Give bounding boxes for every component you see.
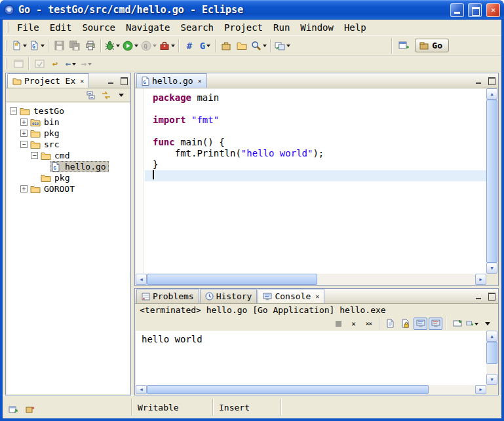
tab-hello-go[interactable]: G hello.go ✕ bbox=[136, 73, 207, 88]
scrollbar-thumb[interactable] bbox=[486, 342, 497, 364]
maximize-view-button[interactable] bbox=[119, 76, 128, 85]
back-button[interactable]: ← bbox=[63, 57, 79, 70]
link-with-editor-button[interactable] bbox=[100, 90, 112, 101]
new-wizard-button[interactable] bbox=[10, 38, 28, 54]
tab-problems[interactable]: Problems bbox=[136, 289, 199, 303]
terminate-button[interactable] bbox=[332, 318, 345, 330]
run-button[interactable] bbox=[121, 38, 140, 54]
save-all-button[interactable] bbox=[67, 38, 83, 54]
show-stderr-button[interactable] bbox=[429, 318, 442, 330]
go-launch-button[interactable]: * bbox=[24, 404, 37, 415]
code-line-1[interactable]: package main bbox=[145, 92, 486, 103]
open-perspective-button[interactable] bbox=[396, 38, 412, 54]
scroll-down-icon[interactable]: ▼ bbox=[486, 263, 497, 274]
code-line-7[interactable]: } bbox=[145, 159, 486, 170]
print-button[interactable] bbox=[83, 38, 98, 54]
code-line-4[interactable] bbox=[145, 126, 486, 137]
toolbar-grip[interactable] bbox=[5, 58, 7, 69]
tree-item-content[interactable]: Ghello.go bbox=[50, 161, 109, 172]
maximize-editor-button[interactable] bbox=[486, 76, 496, 85]
collapse-all-button[interactable] bbox=[85, 90, 97, 101]
editor-vertical-ruler[interactable] bbox=[136, 88, 144, 274]
code-line-6[interactable]: fmt.Println("hello world"); bbox=[145, 148, 486, 159]
profile-button[interactable]: Q bbox=[140, 38, 158, 54]
console-output[interactable]: hello world ▲ ▼ ◀ ▶ bbox=[136, 331, 497, 394]
maximize-button[interactable] bbox=[468, 3, 482, 17]
debug-button[interactable] bbox=[104, 38, 121, 54]
new-go-file-button[interactable]: G bbox=[197, 38, 213, 54]
minimize-editor-button[interactable] bbox=[474, 76, 484, 85]
tree-expander-icon[interactable]: − bbox=[10, 107, 17, 115]
open-console-button[interactable] bbox=[465, 318, 479, 330]
tree-item-content[interactable]: 010bin bbox=[29, 117, 62, 128]
console-horizontal-scrollbar[interactable]: ◀ ▶ bbox=[136, 385, 486, 394]
code-line-2[interactable] bbox=[145, 103, 486, 115]
new-go-package-button[interactable]: # bbox=[182, 38, 197, 54]
forward-button[interactable]: → bbox=[79, 57, 94, 70]
tree-expander-icon[interactable]: + bbox=[20, 185, 28, 192]
console-vertical-scrollbar[interactable]: ▲ ▼ bbox=[486, 331, 497, 385]
save-button[interactable] bbox=[51, 38, 67, 54]
next-annotation-button[interactable] bbox=[31, 57, 47, 70]
tree-item-content[interactable]: pkg bbox=[40, 172, 72, 183]
menu-edit[interactable]: Edit bbox=[45, 21, 77, 34]
team-sync-button[interactable] bbox=[273, 38, 292, 54]
pin-editor-button[interactable] bbox=[10, 57, 26, 70]
close-view-icon[interactable]: ✕ bbox=[80, 77, 84, 84]
tab-console[interactable]: Console ✕ bbox=[258, 289, 324, 303]
code-line-3[interactable]: import "fmt" bbox=[145, 115, 486, 126]
title-bar[interactable]: Go - testGo/src/cmd/hello.go - Eclipse ✕ bbox=[0, 0, 504, 20]
scroll-lock-button[interactable] bbox=[398, 318, 412, 330]
scroll-left-icon[interactable]: ◀ bbox=[136, 385, 147, 394]
editor-horizontal-scrollbar[interactable]: ◀ ▶ bbox=[136, 274, 486, 285]
open-jar-button[interactable] bbox=[218, 38, 234, 54]
tree-item-testgo[interactable]: −testGo bbox=[7, 105, 130, 117]
pin-console-button[interactable] bbox=[450, 318, 464, 330]
tree-item-bin[interactable]: +010bin bbox=[7, 117, 130, 128]
tree-item-content[interactable]: cmd bbox=[40, 150, 72, 161]
open-folder-button[interactable] bbox=[234, 38, 250, 54]
tab-history[interactable]: History bbox=[200, 289, 258, 303]
close-button[interactable]: ✕ bbox=[486, 3, 500, 17]
menu-window[interactable]: Window bbox=[295, 21, 339, 34]
code-area[interactable]: package mainimport "fmt"func main() { fm… bbox=[145, 88, 486, 274]
menu-search[interactable]: Search bbox=[175, 21, 219, 34]
tree-expander-icon[interactable]: − bbox=[20, 141, 28, 148]
minimize-view-button[interactable] bbox=[106, 76, 116, 85]
tree-item-pkg[interactable]: +pkg bbox=[7, 128, 130, 139]
maximize-console-button[interactable] bbox=[486, 291, 496, 301]
menu-file[interactable]: File bbox=[12, 21, 45, 34]
show-stdout-button[interactable] bbox=[414, 318, 427, 330]
tree-item-cmd[interactable]: −cmd bbox=[7, 150, 130, 161]
scroll-down-icon[interactable]: ▼ bbox=[486, 374, 497, 385]
scroll-up-icon[interactable]: ▲ bbox=[486, 88, 497, 100]
tree-item-content[interactable]: pkg bbox=[29, 128, 62, 139]
scroll-left-icon[interactable]: ◀ bbox=[136, 274, 147, 285]
tree-item-goroot[interactable]: +GOROOT bbox=[7, 183, 130, 194]
remove-all-launches-button[interactable]: ✕✕ bbox=[362, 318, 376, 330]
console-view-menu-button[interactable] bbox=[480, 318, 494, 330]
view-menu-button[interactable] bbox=[115, 90, 127, 101]
editor-vertical-scrollbar[interactable]: ▲ ▼ bbox=[486, 88, 497, 274]
close-console-icon[interactable]: ✕ bbox=[315, 293, 319, 300]
toolbar-grip[interactable] bbox=[5, 40, 7, 52]
menu-run[interactable]: Run bbox=[268, 21, 295, 34]
tree-item-hello-go[interactable]: Ghello.go bbox=[7, 161, 130, 172]
perspective-go-button[interactable]: Go bbox=[415, 39, 449, 52]
menu-project[interactable]: Project bbox=[219, 21, 268, 34]
new-go-wizard-button[interactable]: G bbox=[28, 38, 46, 54]
tree-item-content[interactable]: testGo bbox=[19, 105, 67, 117]
tree-item-src[interactable]: −src bbox=[7, 139, 130, 150]
clear-console-button[interactable] bbox=[383, 318, 397, 330]
scrollbar-thumb[interactable] bbox=[486, 100, 497, 263]
menu-source[interactable]: Source bbox=[77, 21, 121, 34]
tree-item-content[interactable]: src bbox=[29, 139, 62, 150]
fast-view-button[interactable] bbox=[7, 404, 20, 415]
tree-expander-icon[interactable]: + bbox=[20, 119, 28, 126]
last-edit-location-button[interactable]: ↩ bbox=[47, 57, 63, 70]
code-line-5[interactable]: func main() { bbox=[145, 137, 486, 148]
minimize-console-button[interactable] bbox=[474, 291, 484, 301]
menu-navigate[interactable]: Navigate bbox=[121, 21, 175, 34]
search-button[interactable] bbox=[250, 38, 268, 54]
remove-launch-button[interactable]: ✕ bbox=[347, 318, 360, 330]
